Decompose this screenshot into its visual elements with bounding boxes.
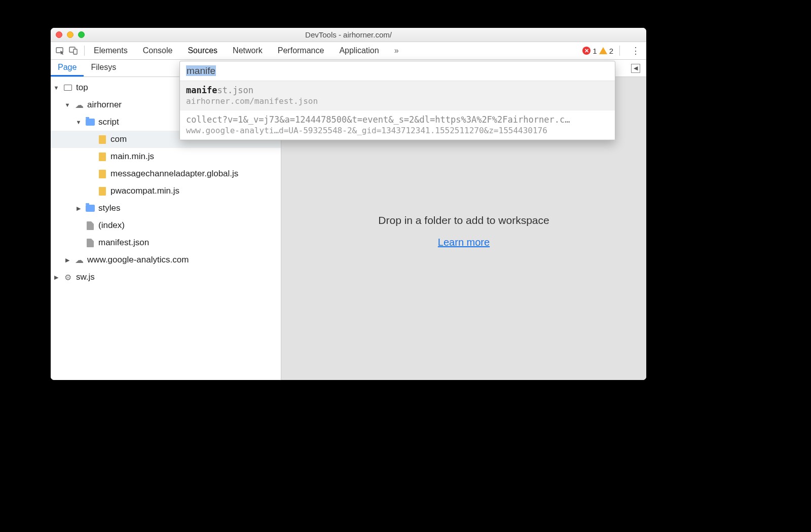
tree-label: top bbox=[76, 83, 88, 93]
tree-file[interactable]: messagechanneladapter.global.js bbox=[51, 165, 281, 182]
tree-label: com bbox=[110, 134, 127, 144]
tree-label: www.google-analytics.com bbox=[87, 255, 189, 265]
quick-open-dialog: manife manifest.json airhorner.com/manif… bbox=[179, 61, 615, 140]
workspace-message: Drop in a folder to add to workspace bbox=[378, 214, 549, 226]
toolbar-separator bbox=[84, 46, 85, 56]
devtools-window: DevTools - airhorner.com/ Elements Conso… bbox=[51, 28, 646, 380]
tree-file-index[interactable]: (index) bbox=[51, 217, 281, 234]
folder-icon bbox=[85, 205, 95, 212]
subtab-filesystem[interactable]: Filesys bbox=[84, 60, 123, 77]
tree-label: script bbox=[98, 117, 119, 127]
disclosure-triangle-icon[interactable]: ▶ bbox=[75, 205, 82, 212]
toolbar-separator bbox=[619, 46, 620, 56]
js-file-icon bbox=[97, 153, 107, 161]
tab-sources[interactable]: Sources bbox=[188, 46, 217, 55]
js-file-icon bbox=[97, 170, 107, 178]
error-icon[interactable]: ✕ bbox=[582, 47, 591, 55]
tree-domain-ga[interactable]: ▶ ☁ www.google-analytics.com bbox=[51, 251, 281, 269]
tab-performance[interactable]: Performance bbox=[278, 46, 324, 55]
warning-icon[interactable] bbox=[599, 47, 607, 54]
tab-elements[interactable]: Elements bbox=[94, 46, 128, 55]
tree-label: styles bbox=[98, 203, 120, 213]
warning-count[interactable]: 2 bbox=[609, 47, 613, 55]
tree-file[interactable]: main.min.js bbox=[51, 148, 281, 165]
device-toolbar-icon[interactable] bbox=[67, 46, 80, 55]
quick-open-result[interactable]: collect?v=1&_v=j73&a=1244478500&t=event&… bbox=[180, 110, 615, 140]
tree-file[interactable]: pwacompat.min.js bbox=[51, 182, 281, 200]
svg-rect-2 bbox=[73, 49, 77, 54]
navigator-tabs: Page Filesys bbox=[51, 60, 123, 77]
tree-label: airhorner bbox=[87, 100, 122, 110]
result-filename: collect?v=1&_v=j73&a=1244478500&t=event&… bbox=[186, 115, 609, 125]
learn-more-link[interactable]: Learn more bbox=[438, 237, 490, 248]
cloud-icon: ☁ bbox=[74, 255, 84, 265]
tab-application[interactable]: Application bbox=[339, 46, 379, 55]
tree-label: main.min.js bbox=[110, 151, 154, 162]
tree-label: pwacompat.min.js bbox=[110, 186, 179, 196]
disclosure-triangle-icon[interactable]: ▶ bbox=[53, 274, 60, 281]
error-count[interactable]: 1 bbox=[593, 47, 597, 55]
disclosure-triangle-icon[interactable]: ▶ bbox=[64, 257, 71, 263]
tree-label: manifest.json bbox=[98, 238, 149, 248]
tree-label: (index) bbox=[98, 220, 125, 231]
disclosure-triangle-icon[interactable]: ▼ bbox=[64, 102, 71, 108]
file-icon bbox=[85, 239, 95, 247]
quick-open-query: manife bbox=[186, 65, 216, 76]
quick-open-input[interactable]: manife bbox=[180, 61, 615, 81]
tree-service-worker[interactable]: ▶ ⚙ sw.js bbox=[51, 269, 281, 286]
tab-console[interactable]: Console bbox=[143, 46, 173, 55]
window-title: DevTools - airhorner.com/ bbox=[51, 30, 646, 39]
more-tabs-icon[interactable]: » bbox=[394, 46, 399, 55]
folder-icon bbox=[85, 119, 95, 126]
result-filename: manifest.json bbox=[186, 85, 609, 95]
toolbar-status: ✕ 1 2 ⋮ bbox=[582, 45, 640, 56]
tree-label: messagechanneladapter.global.js bbox=[110, 169, 238, 179]
js-file-icon bbox=[97, 135, 107, 144]
js-file-icon bbox=[97, 187, 107, 196]
quick-open-result[interactable]: manifest.json airhorner.com/manifest.jso… bbox=[180, 81, 615, 110]
collapse-sidebar-icon[interactable]: ◀ bbox=[631, 64, 640, 73]
settings-menu-icon[interactable]: ⋮ bbox=[631, 45, 640, 56]
frame-icon bbox=[63, 85, 73, 91]
tab-network[interactable]: Network bbox=[233, 46, 263, 55]
tree-label: sw.js bbox=[76, 272, 95, 282]
result-path: www.google-analyti…d=UA-59325548-2&_gid=… bbox=[186, 126, 609, 135]
tree-file-manifest[interactable]: manifest.json bbox=[51, 234, 281, 251]
panel-tabs: Elements Console Sources Network Perform… bbox=[94, 46, 582, 55]
disclosure-triangle-icon[interactable]: ▼ bbox=[75, 119, 82, 125]
result-path: airhorner.com/manifest.json bbox=[186, 96, 609, 106]
disclosure-triangle-icon[interactable]: ▼ bbox=[53, 85, 60, 91]
main-toolbar: Elements Console Sources Network Perform… bbox=[51, 42, 646, 60]
tree-folder-styles[interactable]: ▶ styles bbox=[51, 200, 281, 217]
cloud-icon: ☁ bbox=[74, 100, 84, 110]
file-icon bbox=[85, 221, 95, 230]
inspect-element-icon[interactable] bbox=[54, 46, 67, 55]
subtab-page[interactable]: Page bbox=[51, 60, 84, 77]
titlebar: DevTools - airhorner.com/ bbox=[51, 28, 646, 42]
gear-icon: ⚙ bbox=[63, 273, 73, 282]
